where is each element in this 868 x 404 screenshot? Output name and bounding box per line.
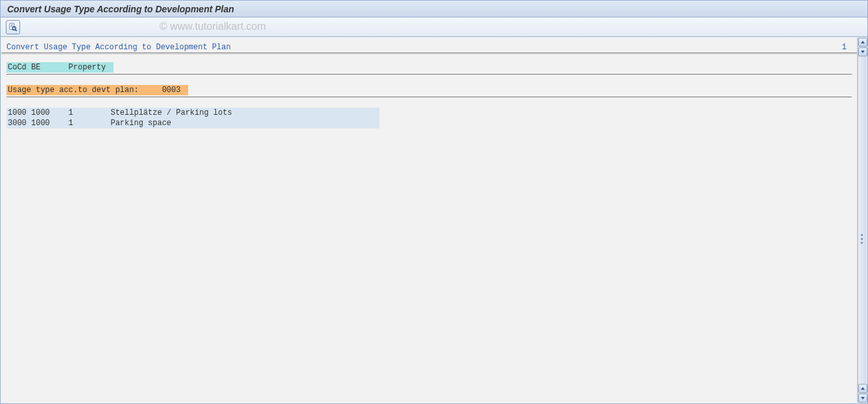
- scroll-bottom-icon[interactable]: [858, 394, 867, 403]
- svg-line-5: [16, 29, 17, 30]
- report-area: Convert Usage Type According to Developm…: [1, 38, 858, 403]
- section-title: Convert Usage Type According to Developm…: [6, 43, 231, 52]
- scroll-up2-icon[interactable]: [858, 384, 867, 393]
- section-header: Convert Usage Type According to Developm…: [1, 38, 857, 53]
- scrollbar-grip-icon[interactable]: [857, 226, 866, 252]
- column-headers: CoCd BE Property: [6, 62, 114, 73]
- page-number: 1: [842, 43, 852, 52]
- vertical-scrollbar[interactable]: [858, 38, 867, 403]
- scroll-down-icon[interactable]: [858, 47, 867, 56]
- usage-type-banner: Usage type acc.to devt plan: 0003: [6, 85, 188, 95]
- data-rows: 1000 1000 1 Stellplätze / Parking lots 3…: [6, 108, 852, 128]
- window-title: Convert Usage Type According to Developm…: [7, 4, 234, 14]
- toolbar: © www.tutorialkart.com: [1, 18, 867, 37]
- details-button[interactable]: [6, 20, 20, 34]
- title-bar: Convert Usage Type According to Developm…: [1, 1, 867, 18]
- svg-rect-0: [10, 23, 14, 29]
- watermark-text: © www.tutorialkart.com: [160, 21, 266, 32]
- scroll-up-icon[interactable]: [858, 38, 867, 47]
- table-row: 3000 1000 1 Parking space: [6, 118, 380, 128]
- table-row: 1000 1000 1 Stellplätze / Parking lots: [6, 108, 380, 118]
- document-magnify-icon: [8, 23, 18, 32]
